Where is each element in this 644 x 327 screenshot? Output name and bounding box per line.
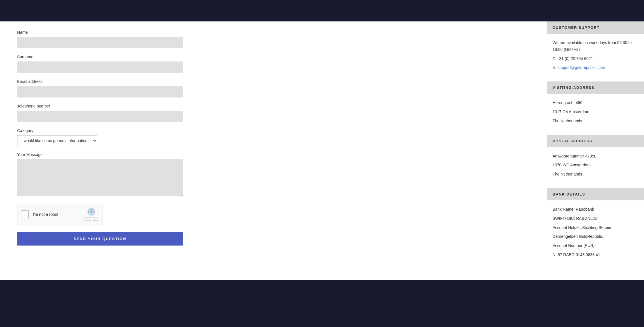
phone-line: T: +31 (0) 20 794 6021 — [553, 55, 638, 62]
postal-address-header: POSTAL ADDRESS — [547, 135, 644, 147]
bank-details-header: BANK DETAILS — [547, 188, 644, 200]
name-field-group: Name — [17, 30, 530, 48]
visiting-line3: The Netherlands — [553, 118, 638, 125]
category-select[interactable]: I would like some general information I … — [17, 135, 97, 146]
category-field-group: Category I would like some general infor… — [17, 128, 530, 146]
telephone-field-group: Telephone number — [17, 104, 530, 122]
svg-point-0 — [91, 211, 92, 213]
customer-support-section: CUSTOMER SUPPORT We are available on wor… — [547, 21, 644, 81]
bank-name: Bank Name: Rabobank — [553, 206, 638, 213]
account-holder: Account Holder: Stichting Beheer — [553, 224, 638, 231]
form-section: Name Surname Email address Telephone num… — [0, 21, 547, 280]
postal-line2: 1070 WC Amsterdam — [553, 162, 638, 169]
top-bar — [0, 0, 644, 21]
recaptcha-widget[interactable]: I'm not a robot reCAPTCHA Privacy - Term… — [17, 204, 103, 225]
account-number: NL57 RABO 0143 0833 41 — [553, 252, 638, 258]
message-field-group: Your Message — [17, 152, 530, 198]
visiting-line2: 1017 CA Amsterdam — [553, 109, 638, 115]
bank-details-body: Bank Name: Rabobank SWIFT/ BIC: RABONL2U… — [547, 200, 644, 269]
support-email-link[interactable]: support@goldrepublic.com — [557, 65, 605, 70]
surname-input[interactable] — [17, 61, 183, 73]
availability-text: We are available on work days from 09:00… — [553, 39, 638, 53]
phone-number: +31 (0) 20 794 6021 — [557, 56, 593, 61]
recaptcha-subtext: reCAPTCHA Privacy - Terms — [83, 216, 99, 222]
email-label: Email address — [17, 79, 530, 84]
customer-support-body: We are available on work days from 09:00… — [547, 34, 644, 81]
surname-label: Surname — [17, 55, 530, 59]
recaptcha-checkbox[interactable] — [21, 210, 29, 218]
visiting-address-section: VISITING ADDRESS Herengracht 450 1017 CA… — [547, 81, 644, 135]
sidebar: CUSTOMER SUPPORT We are available on wor… — [547, 21, 644, 280]
postal-address-section: POSTAL ADDRESS Antwoordnummer 47350 1070… — [547, 135, 644, 188]
customer-support-header: CUSTOMER SUPPORT — [547, 21, 644, 34]
postal-address-body: Antwoordnummer 47350 1070 WC Amsterdam T… — [547, 147, 644, 188]
message-label: Your Message — [17, 152, 530, 157]
telephone-label: Telephone number — [17, 104, 530, 108]
email-line: E: support@goldrepublic.com — [553, 64, 638, 71]
page-wrapper: Name Surname Email address Telephone num… — [0, 21, 644, 280]
bank-details-section: BANK DETAILS Bank Name: Rabobank SWIFT/ … — [547, 188, 644, 269]
email-input[interactable] — [17, 86, 183, 97]
recaptcha-logo: reCAPTCHA Privacy - Terms — [83, 207, 99, 222]
email-field-group: Email address — [17, 79, 530, 97]
message-textarea[interactable] — [17, 159, 183, 196]
phone-label: T: — [553, 56, 557, 61]
postal-line1: Antwoordnummer 47350 — [553, 153, 638, 160]
swift-bic: SWIFT/ BIC: RABONL2U — [553, 215, 638, 222]
postal-line3: The Netherlands — [553, 171, 638, 178]
telephone-input[interactable] — [17, 111, 183, 122]
recaptcha-brand: reCAPTCHA — [83, 216, 99, 219]
email-label-text: E: — [553, 65, 557, 70]
visiting-address-body: Herengracht 450 1017 CA Amsterdam The Ne… — [547, 94, 644, 135]
recaptcha-privacy-links[interactable]: Privacy - Terms — [83, 219, 99, 222]
company-name: Derdengelden GoldRepublic — [553, 233, 638, 240]
submit-button[interactable]: SEND YOUR QUESTION — [17, 232, 183, 246]
recaptcha-icon — [87, 207, 96, 216]
category-label: Category — [17, 128, 530, 133]
recaptcha-label: I'm not a robot — [33, 212, 83, 217]
name-input[interactable] — [17, 37, 183, 48]
visiting-address-header: VISITING ADDRESS — [547, 81, 644, 94]
account-number-label: Account Number (EUR): — [553, 242, 638, 249]
surname-field-group: Surname — [17, 55, 530, 73]
visiting-line1: Herengracht 450 — [553, 99, 638, 106]
name-label: Name — [17, 30, 530, 35]
